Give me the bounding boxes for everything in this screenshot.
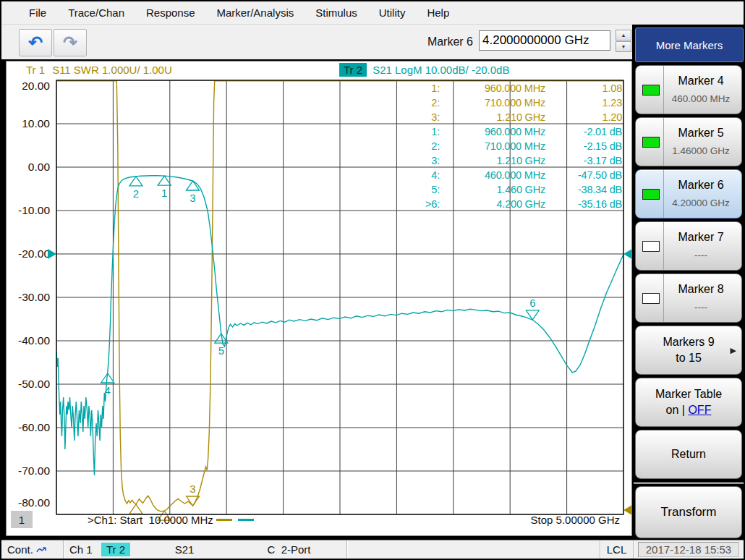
return-label: Return — [671, 446, 706, 462]
led-zone — [636, 66, 664, 114]
marker-index: 1: — [415, 124, 440, 139]
marker-2-symbol[interactable] — [129, 177, 142, 186]
sidebar-divider — [634, 482, 744, 484]
local-mode-indicator: LCL — [600, 540, 634, 559]
marker-3-symbol[interactable] — [187, 181, 200, 190]
y-axis-tick: -10.00 — [18, 204, 50, 216]
marker-frequency: 4.200 GHz — [440, 197, 545, 211]
y-axis-tick: 0.00 — [28, 161, 51, 173]
toggle-on-text: on — [666, 404, 679, 416]
marker-6-value: 4.20000 GHz — [665, 198, 737, 208]
menu-file[interactable]: File — [29, 7, 46, 19]
marker-4-button[interactable]: Marker 4 460.000 MHz — [635, 65, 742, 114]
menu-marker-analysis[interactable]: Marker/Analysis — [217, 7, 294, 19]
marker-on-led-icon — [642, 189, 660, 200]
marker-frequency: 460.000 MHz — [440, 168, 545, 182]
led-zone — [636, 118, 664, 166]
ref-level-arrow — [623, 505, 631, 515]
tr1-status[interactable]: Tr 1S11 SWR 1.000U/ 1.00U — [26, 64, 172, 76]
transform-button[interactable]: Transform — [635, 486, 742, 538]
marker-6-label: Marker 6 — [665, 179, 737, 192]
marker-6-button[interactable]: Marker 6 4.20000 GHz — [635, 169, 742, 219]
marker-value: -35.16 dB — [545, 197, 622, 211]
menu-help[interactable]: Help — [427, 7, 449, 19]
tr1-legend-dash-icon — [216, 519, 232, 521]
y-axis-tick: 10.00 — [22, 117, 50, 130]
submenu-arrow-icon: ▶ — [731, 346, 736, 355]
marker-frequency: 1.460 GHz — [440, 182, 545, 197]
start-frequency-text: >Ch1: Start 10.0000 MHz — [88, 514, 213, 526]
ref-level-arrow — [48, 249, 56, 259]
marker-table-button[interactable]: Marker Tableon | OFF — [635, 378, 742, 427]
marker-1-label: 1 — [161, 187, 167, 199]
markers-9-15-line1: Markers 9 — [663, 334, 714, 350]
markers-9-to-15-button[interactable]: Markers 9to 15 ▶ — [635, 326, 742, 375]
menu-trace-chan[interactable]: Trace/Chan — [68, 7, 124, 19]
marker-4-label: Marker 4 — [665, 75, 737, 88]
led-zone — [636, 274, 664, 322]
marker-8-label: Marker 8 — [665, 283, 737, 296]
y-axis-tick: -20.00 — [18, 247, 50, 260]
calibration-label: C 2-Port — [267, 543, 310, 556]
undo-button[interactable]: ↶ — [19, 29, 52, 56]
readout-row: 1:960.000 MHz-2.01 dB — [415, 124, 622, 139]
readout-row: 5:1.460 GHz-38.34 dB — [415, 182, 622, 197]
marker-4-value: 460.000 MHz — [665, 93, 737, 104]
continuous-sweep-label: Cont. — [7, 543, 33, 556]
marker-frequency-stepper: ▲ ▼ — [616, 30, 631, 52]
readout-row: 4:460.000 MHz-47.50 dB — [415, 168, 622, 182]
marker-7-button[interactable]: Marker 7 ---- — [635, 221, 742, 271]
tr2-status[interactable]: Tr 2S21 LogM 10.00dB/ -20.0dB — [339, 64, 509, 76]
statusbar-spacer — [347, 540, 600, 559]
marker-3-label: 3 — [190, 483, 195, 495]
toggle-off-text[interactable]: OFF — [688, 404, 711, 416]
trace-status-line: Tr 1S11 SWR 1.000U/ 1.00U Tr 2S21 LogM 1… — [7, 64, 631, 80]
measurement-label: S21 — [175, 543, 195, 556]
network-analyzer-screen: File Trace/Chan Response Marker/Analysis… — [0, 0, 745, 560]
marker-7-value: ---- — [665, 250, 737, 260]
datetime-indicator: 2017-12-18 15:53 — [634, 540, 744, 559]
tr2-active-badge: Tr 2 — [339, 63, 367, 77]
marker-6-label: 6 — [529, 297, 535, 309]
transform-label: Transform — [661, 504, 717, 520]
redo-icon: ↷ — [63, 33, 77, 53]
tr1-format: S11 SWR 1.000U/ 1.00U — [52, 64, 172, 76]
channel-label: Ch 1 — [69, 543, 93, 556]
return-button[interactable]: Return — [635, 430, 742, 479]
marker-8-button[interactable]: Marker 8 ---- — [635, 273, 742, 323]
y-axis-tick: -80.00 — [18, 496, 50, 509]
menu-utility[interactable]: Utility — [379, 7, 406, 19]
readout-row: 3:1.210 GHz-3.17 dB — [415, 153, 622, 168]
marker-index: 5: — [415, 182, 440, 197]
led-zone — [636, 170, 664, 218]
ref-level-arrow — [623, 249, 631, 259]
led-zone — [636, 222, 664, 270]
plot-panel: 20.0010.000.00-10.00-20.00-30.00-40.00-5… — [6, 61, 632, 536]
redo-button[interactable]: ↷ — [54, 29, 87, 56]
y-axis-tick: -50.00 — [18, 378, 50, 390]
more-markers-button[interactable]: More Markers — [635, 27, 744, 62]
marker-5-button[interactable]: Marker 5 1.46000 GHz — [635, 117, 742, 166]
stepper-down-button[interactable]: ▼ — [616, 41, 631, 52]
marker-8-value: ---- — [665, 302, 737, 313]
marker-index: 2: — [415, 139, 440, 153]
marker-2-symbol[interactable] — [129, 504, 142, 514]
marker-value: 1.23 — [545, 96, 622, 110]
marker-frequency-input[interactable] — [479, 30, 610, 51]
markers-9-15-line2: to 15 — [676, 350, 702, 366]
channel-indicator: Ch 1 — [64, 540, 97, 559]
marker-index: 3: — [415, 110, 440, 124]
marker-value: -3.17 dB — [545, 153, 622, 168]
marker-index: 4: — [415, 168, 440, 182]
readout-row: 3:1.210 GHz1.20 — [415, 110, 622, 124]
marker-index: >6: — [415, 197, 440, 211]
menu-stimulus[interactable]: Stimulus — [315, 7, 357, 19]
active-trace-badge: Tr 2 — [101, 543, 130, 556]
calibration-indicator: C 2-Port — [231, 540, 347, 559]
marker-frequency: 960.000 MHz — [440, 81, 545, 96]
menu-response[interactable]: Response — [146, 7, 195, 19]
stepper-up-button[interactable]: ▲ — [616, 30, 631, 41]
toolbar: ↶ ↷ Marker 6 ▲ ▼ — [1, 25, 632, 59]
marker-1-symbol[interactable] — [158, 176, 171, 185]
stimulus-start: >Ch1: Start 10.0000 MHz — [88, 514, 257, 526]
